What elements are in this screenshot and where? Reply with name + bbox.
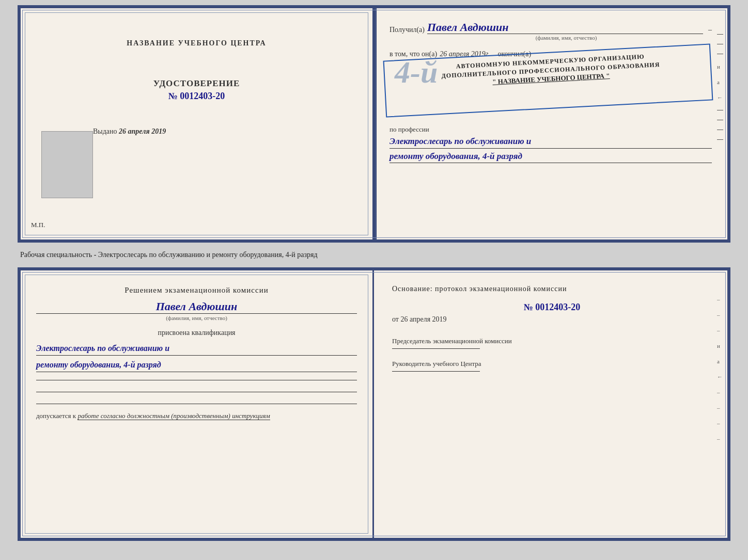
fio-hint-top: (фамилия, имя, отчество)	[420, 35, 712, 41]
chairman-block: Председатель экзаменационной комиссии	[392, 337, 712, 349]
dash-5	[717, 120, 723, 120]
assigned-label: присвоена квалификация	[36, 329, 357, 337]
blank-line-2	[36, 392, 357, 392]
issued-section: Выдано 26 апреля 2019	[93, 127, 166, 136]
top-document: НАЗВАНИЕ УЧЕБНОГО ЦЕНТРА УДОСТОВЕРЕНИЕ №…	[18, 5, 730, 243]
doc-left-panel: НАЗВАНИЕ УЧЕБНОГО ЦЕНТРА УДОСТОВЕРЕНИЕ №…	[21, 8, 374, 239]
dash-4	[717, 110, 723, 110]
bchar-arrow: ←	[717, 374, 723, 380]
dash-7	[717, 139, 723, 140]
working-specialty-text: Рабочая специальность - Электрослесарь п…	[20, 251, 318, 259]
допускается-text: работе согласно должностным (производств…	[77, 412, 270, 420]
dash-6	[717, 130, 723, 130]
rukovoditel-block: Руководитель учебного Центра	[392, 359, 712, 372]
bchar-a: а	[717, 358, 723, 364]
okonchil-label: окончил(а)	[497, 50, 531, 58]
doc-number: № 0012403-20	[168, 91, 225, 102]
blank-line-1	[36, 380, 357, 380]
допускается-section: допускается к работе согласно должностны…	[36, 412, 357, 420]
profession-label: по профессии	[389, 125, 712, 134]
допускается-label: допускается к	[36, 412, 76, 420]
bdash-1: –	[717, 296, 723, 302]
issued-label: Выдано	[93, 127, 117, 135]
dash-after-name: –	[708, 26, 712, 34]
blank-signature-lines	[36, 380, 357, 404]
protocol-number: № 0012403-20	[392, 302, 712, 313]
issued-date: 26 апреля 2019	[119, 127, 166, 135]
blank-line-3	[36, 404, 357, 404]
dash-2	[717, 44, 723, 44]
from-label: от	[392, 315, 399, 323]
bottom-document: Решением экзаменационной комиссии Павел …	[18, 267, 730, 541]
bchar-i: и	[717, 343, 723, 349]
bdash-5: –	[717, 405, 723, 411]
char-arrow: ←	[717, 94, 723, 101]
chairman-title: Председатель экзаменационной комиссии	[392, 337, 712, 346]
fio-hint-bottom: (фамилия, имя, отчество)	[36, 315, 357, 321]
mp-label: М.П.	[31, 221, 45, 229]
bdash-4: –	[717, 389, 723, 395]
right-decorative-dashes: и а ←	[717, 34, 723, 140]
char-i: и	[717, 63, 723, 70]
middle-label: Рабочая специальность - Электрослесарь п…	[18, 247, 730, 263]
dash-3	[717, 54, 723, 54]
bottom-right-panel: Основание: протокол экзаменационной коми…	[374, 270, 727, 538]
vtom-date: 26 апреля 2019г.	[440, 50, 490, 58]
bdash-7: –	[717, 436, 723, 442]
rukovoditel-sig-line	[392, 371, 480, 372]
dash-1	[717, 34, 723, 35]
vtom-label: в том, что он(а)	[389, 50, 437, 58]
doc-right-panel: Получил(а) Павел Авдюшин – (фамилия, имя…	[374, 8, 727, 239]
bdash-6: –	[717, 420, 723, 426]
chairman-sig-line	[392, 348, 480, 349]
profession-section: по профессии Электрослесарь по обслужива…	[389, 125, 712, 163]
bottom-left-panel: Решением экзаменационной комиссии Павел …	[21, 270, 374, 538]
decision-title: Решением экзаменационной комиссии	[36, 286, 357, 295]
bdash-3: –	[717, 327, 723, 333]
qualification-line1: Электрослесарь по обслуживанию и	[36, 341, 357, 356]
protocol-date: от 26 апреля 2019	[392, 315, 712, 324]
protocol-date-value: 26 апреля 2019	[400, 315, 446, 323]
rukovoditel-title: Руководитель учебного Центра	[392, 359, 712, 369]
doc-type: УДОСТОВЕРЕНИЕ	[153, 78, 240, 89]
osnование-title: Основание: протокол экзаменационной коми…	[392, 283, 712, 294]
profession-text-line2: ремонту оборудования, 4-й разряд	[389, 150, 712, 164]
recipient-section: Получил(а) Павел Авдюшин –	[389, 21, 712, 34]
bdash-2: –	[717, 312, 723, 318]
qualification-line2: ремонту оборудования, 4-й разряд	[36, 358, 357, 372]
bottom-person-name: Павел Авдюшин	[36, 300, 357, 314]
photo-placeholder	[41, 131, 93, 198]
profession-text-line1: Электрослесарь по обслуживанию и	[389, 135, 712, 149]
center-name-top: НАЗВАНИЕ УЧЕБНОГО ЦЕНТРА	[127, 39, 266, 47]
char-a: а	[717, 79, 723, 85]
received-label: Получил(а)	[389, 26, 425, 34]
recipient-name: Павел Авдюшин	[427, 21, 703, 34]
bottom-right-dashes: – – – и а ← – – – –	[717, 296, 723, 442]
